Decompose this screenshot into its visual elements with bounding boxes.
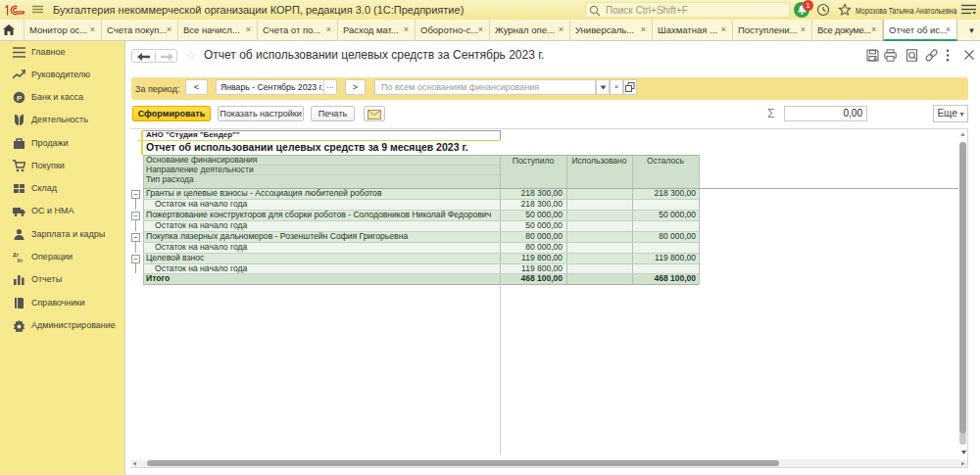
svg-text:Дт: Дт [13, 252, 20, 258]
svg-text:P: P [17, 94, 23, 103]
svg-text:Кт: Кт [18, 258, 24, 263]
